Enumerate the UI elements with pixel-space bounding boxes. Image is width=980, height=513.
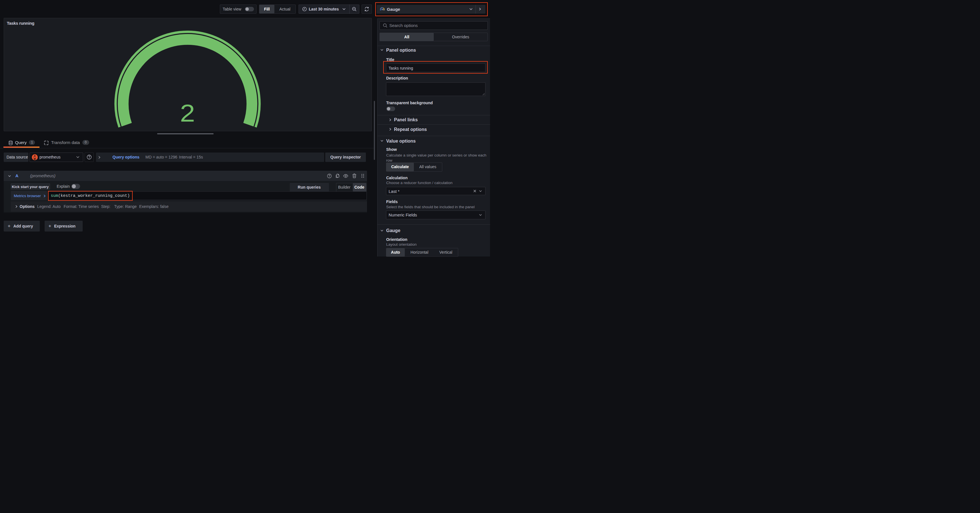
svg-text:2: 2 xyxy=(180,99,195,127)
